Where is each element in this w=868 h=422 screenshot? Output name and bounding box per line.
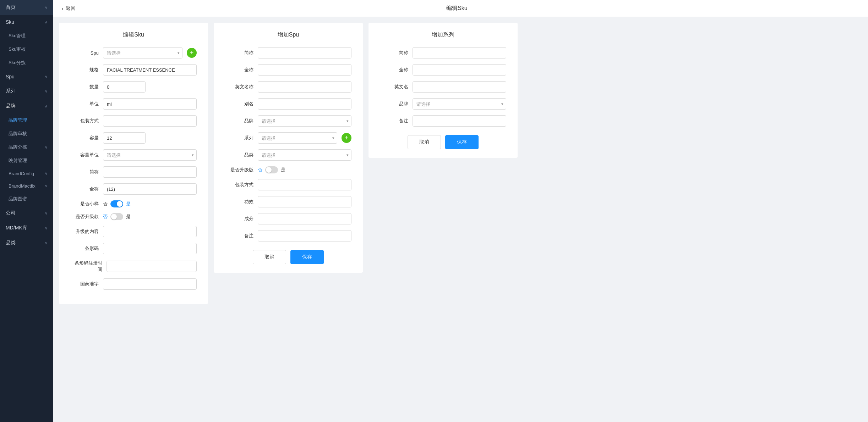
series-en-name-row: 英文名 — [380, 81, 506, 93]
sidebar-sub-brand-sort[interactable]: 品牌分拣 ∨ — [0, 140, 53, 154]
spu-short-name-label: 简称 — [225, 50, 253, 56]
spu-row: Spu 请选择 ▾ + — [70, 47, 197, 59]
series-brand-select-wrapper: 请选择 ▾ — [413, 98, 506, 110]
full-name-label: 全称 — [70, 186, 99, 192]
sidebar-sub-brand-review[interactable]: 品牌审核 — [0, 127, 53, 140]
spu-alias-input[interactable] — [258, 98, 351, 110]
spu-remarks-input[interactable] — [258, 230, 351, 241]
is-upgrade-yes-label: 是 — [126, 213, 131, 220]
spu-cancel-button[interactable]: 取消 — [253, 250, 286, 264]
sidebar-item-mdmk[interactable]: MD/MK库 ∨ — [0, 221, 53, 235]
series-en-name-label: 英文名 — [380, 84, 408, 90]
sidebar-sub-brand-config[interactable]: BrandConfig ∨ — [0, 167, 53, 180]
sidebar-sub-sku-sort[interactable]: Sku分拣 — [0, 56, 53, 70]
spu-label: Spu — [70, 50, 99, 56]
barcode-reg-input[interactable] — [107, 261, 197, 272]
sidebar-item-spu[interactable]: Spu ∨ — [0, 70, 53, 84]
spu-efficacy-row: 功效 — [225, 196, 351, 207]
add-spu-card: 增加Spu 简称 全称 英文名称 别名 品牌 请 — [214, 23, 363, 273]
unit-input[interactable] — [103, 98, 197, 110]
spu-save-button[interactable]: 保存 — [290, 250, 324, 264]
quantity-row: 数量 — [70, 81, 197, 93]
sidebar-item-category-label: 品类 — [6, 240, 16, 246]
back-arrow-icon: ‹ — [62, 6, 64, 11]
spu-category-row: 品类 请选择 ▾ — [225, 149, 351, 161]
spu-remarks-row: 备注 — [225, 230, 351, 241]
is-upgrade-row: 是否升级款 否 是 — [70, 213, 197, 220]
packaging-input[interactable] — [103, 115, 197, 127]
spu-category-label: 品类 — [225, 152, 253, 158]
spu-series-add-button[interactable]: + — [342, 133, 351, 143]
sidebar-item-sku[interactable]: Sku ∧ — [0, 15, 53, 29]
capacity-row: 容量 — [70, 132, 197, 144]
series-short-name-input[interactable] — [413, 47, 506, 59]
spu-is-upgrade-toggle[interactable] — [265, 166, 278, 173]
sidebar-item-series[interactable]: 系列 ∨ — [0, 84, 53, 99]
sidebar-sub-brand-mactfix[interactable]: BrandMactfix ∨ — [0, 180, 53, 192]
spu-alias-row: 别名 — [225, 98, 351, 110]
sidebar-item-series-label: 系列 — [6, 88, 16, 94]
spu-brand-select-wrapper: 请选择 ▾ — [258, 115, 351, 127]
full-name-input[interactable] — [103, 183, 197, 195]
quantity-input[interactable] — [103, 81, 146, 93]
series-brand-row: 品牌 请选择 ▾ — [380, 98, 506, 110]
series-en-name-input[interactable] — [413, 81, 506, 93]
chevron-icon: ∨ — [45, 171, 48, 176]
series-full-name-input[interactable] — [413, 64, 506, 76]
spu-full-name-label: 全称 — [225, 67, 253, 73]
upgrade-content-input[interactable] — [103, 226, 197, 237]
is-sample-toggle[interactable] — [110, 200, 123, 207]
sidebar-item-spu-label: Spu — [6, 74, 15, 79]
spu-select[interactable]: 请选择 — [103, 47, 182, 59]
sidebar-sub-brand-atlas[interactable]: 品牌图谱 — [0, 192, 53, 206]
is-upgrade-toggle[interactable] — [110, 213, 123, 220]
spu-is-upgrade-no-label: 否 — [258, 167, 262, 173]
chevron-icon: ∨ — [45, 211, 48, 216]
spu-remarks-label: 备注 — [225, 233, 253, 239]
capacity-unit-select[interactable]: 请选择 — [103, 149, 197, 161]
spu-packaging-input[interactable] — [258, 179, 351, 190]
series-brand-select[interactable]: 请选择 — [413, 98, 506, 110]
sidebar-sub-brand-manage[interactable]: 品牌管理 — [0, 113, 53, 127]
sidebar-sub-sku-manage[interactable]: Sku管理 — [0, 29, 53, 43]
spu-brand-select[interactable]: 请选择 — [258, 115, 351, 127]
sidebar-sub-mapping[interactable]: 映射管理 — [0, 154, 53, 167]
spu-series-label: 系列 — [225, 135, 253, 141]
barcode-reg-row: 条形码注册时间 — [70, 260, 197, 273]
spu-efficacy-input[interactable] — [258, 196, 351, 207]
chevron-icon: ∨ — [45, 226, 48, 231]
capacity-input[interactable] — [103, 132, 146, 144]
spu-series-select-wrapper: 请选择 ▾ — [258, 132, 337, 144]
series-remarks-input[interactable] — [413, 115, 506, 127]
short-name-input[interactable] — [103, 166, 197, 178]
spu-category-select[interactable]: 请选择 — [258, 149, 351, 161]
spu-en-name-row: 英文名称 — [225, 81, 351, 93]
spu-btn-group: 取消 保存 — [225, 250, 351, 264]
sidebar-item-home[interactable]: 首页 ∨ — [0, 0, 53, 15]
spec-input[interactable] — [103, 64, 197, 76]
spu-en-name-input[interactable] — [258, 81, 351, 93]
spu-ingredients-input[interactable] — [258, 213, 351, 224]
spu-series-select[interactable]: 请选择 — [258, 132, 337, 144]
capacity-unit-select-wrapper: 请选择 ▾ — [103, 149, 197, 161]
series-remarks-label: 备注 — [380, 118, 408, 124]
back-label: 返回 — [66, 5, 76, 12]
national-drug-label: 国药准字 — [70, 281, 99, 287]
spu-is-upgrade-yes-label: 是 — [281, 167, 285, 173]
spu-add-button[interactable]: + — [187, 48, 197, 58]
spu-short-name-input[interactable] — [258, 47, 351, 59]
barcode-input[interactable] — [103, 243, 197, 254]
national-drug-input[interactable] — [103, 278, 197, 290]
spu-full-name-input[interactable] — [258, 64, 351, 76]
sidebar-sub-sku-review[interactable]: Sku审核 — [0, 43, 53, 56]
series-short-name-label: 简称 — [380, 50, 408, 56]
series-cancel-button[interactable]: 取消 — [408, 135, 441, 149]
sidebar-item-company[interactable]: 公司 ∨ — [0, 206, 53, 221]
sidebar-item-category[interactable]: 品类 ∨ — [0, 235, 53, 250]
spu-efficacy-label: 功效 — [225, 199, 253, 205]
toggle-thumb — [266, 167, 272, 173]
back-button[interactable]: ‹ 返回 — [62, 5, 76, 12]
capacity-label: 容量 — [70, 135, 99, 141]
series-save-button[interactable]: 保存 — [445, 135, 479, 149]
sidebar-item-brand[interactable]: 品牌 ∧ — [0, 99, 53, 113]
